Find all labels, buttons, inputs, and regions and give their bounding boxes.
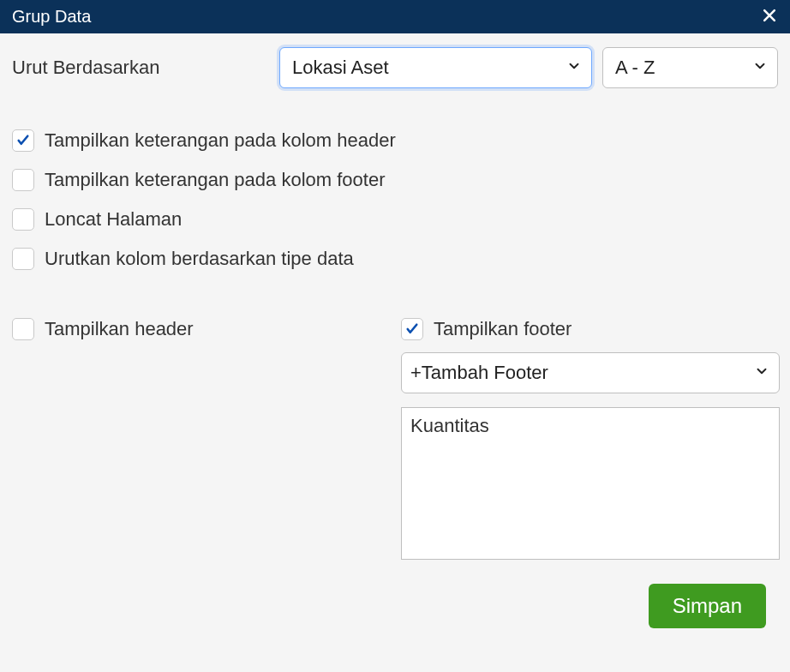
check-header-desc-label[interactable]: Tampilkan keterangan pada kolom header <box>45 129 396 152</box>
sort-order-select[interactable]: A - Z <box>602 47 778 88</box>
check-show-header[interactable] <box>12 318 34 340</box>
sort-field-select-wrap: Lokasi Aset <box>279 47 592 88</box>
check-show-footer-row: Tampilkan footer <box>401 318 780 340</box>
footer-items-list[interactable]: Kuantitas <box>401 407 780 560</box>
check-footer-desc[interactable] <box>12 169 34 191</box>
check-sort-type-row: Urutkan kolom berdasarkan tipe data <box>12 248 780 270</box>
dialog-footer: Simpan <box>12 579 780 642</box>
sort-row: Urut Berdasarkan Lokasi Aset A - Z <box>12 47 780 88</box>
close-button[interactable] <box>761 7 778 27</box>
sort-field-select[interactable]: Lokasi Aset <box>279 47 592 88</box>
add-footer-select-wrap: +Tambah Footer <box>401 352 780 393</box>
sort-order-select-wrap: A - Z <box>602 47 778 88</box>
header-footer-row: Tampilkan header Tampilkan footer +Tamba… <box>12 318 780 560</box>
sort-label: Urut Berdasarkan <box>12 57 269 79</box>
check-show-footer-label[interactable]: Tampilkan footer <box>434 318 572 340</box>
check-header-desc[interactable] <box>12 129 34 152</box>
check-show-footer[interactable] <box>401 318 423 340</box>
check-sort-type[interactable] <box>12 248 34 270</box>
titlebar: Grup Data <box>0 0 790 33</box>
check-page-break-row: Loncat Halaman <box>12 208 780 231</box>
check-footer-desc-label[interactable]: Tampilkan keterangan pada kolom footer <box>45 169 385 191</box>
check-sort-type-label[interactable]: Urutkan kolom berdasarkan tipe data <box>45 248 354 270</box>
check-page-break[interactable] <box>12 208 34 231</box>
check-show-header-row: Tampilkan header <box>12 318 391 340</box>
dialog-body: Urut Berdasarkan Lokasi Aset A - Z Tampi… <box>0 33 790 656</box>
check-footer-desc-row: Tampilkan keterangan pada kolom footer <box>12 169 780 191</box>
list-item[interactable]: Kuantitas <box>410 415 770 437</box>
dialog-title: Grup Data <box>12 7 91 27</box>
footer-column: Tampilkan footer +Tambah Footer Kuantita… <box>401 318 780 560</box>
save-button[interactable]: Simpan <box>649 584 766 628</box>
check-icon <box>404 321 420 337</box>
check-icon <box>15 133 31 148</box>
check-show-header-label[interactable]: Tampilkan header <box>45 318 194 340</box>
add-footer-select[interactable]: +Tambah Footer <box>401 352 780 393</box>
header-column: Tampilkan header <box>12 318 391 560</box>
check-page-break-label[interactable]: Loncat Halaman <box>45 208 182 231</box>
close-icon <box>761 7 778 27</box>
check-header-desc-row: Tampilkan keterangan pada kolom header <box>12 129 780 152</box>
